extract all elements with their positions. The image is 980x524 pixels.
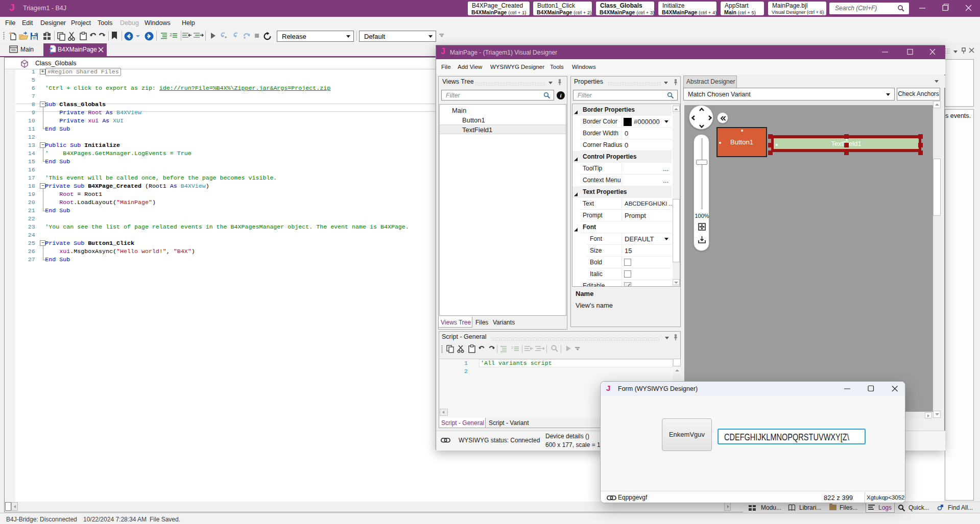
svg-text:2: 2 (170, 32, 172, 37)
svg-text:2: 2 (511, 345, 514, 350)
